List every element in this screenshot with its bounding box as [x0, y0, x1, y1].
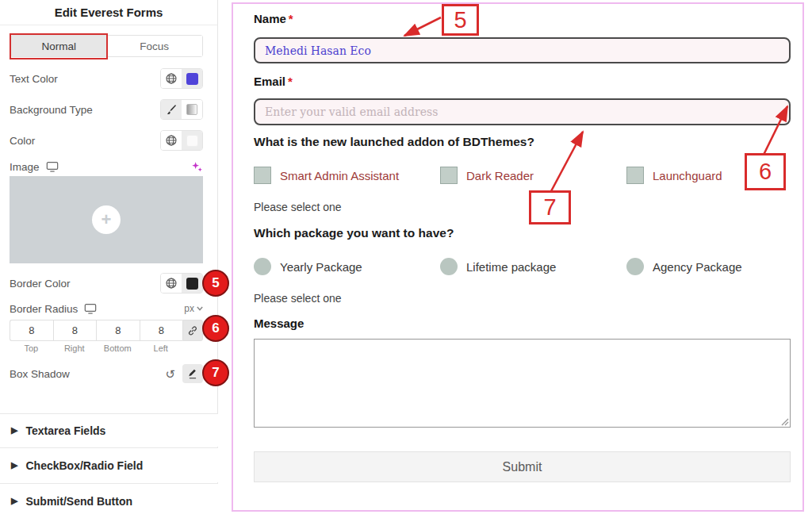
radio-option-lifetime-package[interactable]: Lifetime package	[440, 258, 556, 275]
page: Edit Everest Forms Normal Focus Text Col…	[0, 0, 812, 518]
email-input[interactable]	[254, 98, 791, 125]
checkbox-option-launchguard[interactable]: Launchguard	[626, 167, 722, 184]
border-color-label: Border Color	[10, 278, 71, 290]
box-shadow-label: Box Shadow	[10, 368, 70, 380]
required-asterisk: *	[288, 75, 293, 88]
border-color-swatch	[186, 278, 198, 290]
form-preview-canvas: Name* Email* What is the new launched ad…	[232, 2, 804, 512]
radio-button[interactable]	[254, 258, 271, 275]
radio-question: Which package you want to have?	[254, 226, 454, 240]
radius-top-label: Top	[10, 343, 53, 353]
text-color-label: Text Color	[10, 73, 58, 85]
color-swatch-button[interactable]	[182, 131, 202, 150]
checkbox[interactable]	[440, 167, 458, 184]
checkbox-option-smart-admin-assistant[interactable]: Smart Admin Assistant	[254, 167, 399, 184]
section-label: CheckBox/Radio Field	[25, 459, 143, 472]
checkbox[interactable]	[626, 167, 644, 184]
message-field-label: Message	[254, 317, 304, 330]
email-field-label: Email*	[254, 75, 293, 88]
checkbox[interactable]	[254, 167, 271, 184]
radius-left-input[interactable]	[140, 320, 183, 341]
checkbox-helper-text: Please select one	[254, 201, 342, 213]
border-color-swatch-button[interactable]	[182, 274, 202, 293]
radio-label: Yearly Package	[280, 260, 362, 274]
callout-box-5: 5	[442, 4, 479, 36]
name-label-text: Name	[254, 12, 286, 25]
text-color-swatch	[186, 73, 198, 85]
submit-button[interactable]: Submit	[254, 451, 791, 482]
border-radius-inputs	[10, 320, 203, 341]
section-checkbox-radio-field[interactable]: ▶ CheckBox/Radio Field	[0, 447, 218, 482]
add-image-icon[interactable]: +	[92, 205, 121, 234]
radius-right-label: Right	[53, 343, 97, 353]
callout-box-6: 6	[745, 153, 786, 190]
global-colors-icon[interactable]	[161, 69, 182, 88]
section-label: Textarea Fields	[25, 424, 105, 437]
caret-right-icon: ▶	[11, 425, 17, 436]
color-control	[160, 130, 203, 151]
required-asterisk: *	[289, 12, 293, 25]
text-color-control	[160, 68, 203, 89]
step-badge-5: 5	[202, 270, 229, 297]
classic-background-icon[interactable]	[161, 100, 182, 119]
border-radius-position-labels: Top Right Bottom Left	[10, 343, 182, 353]
tab-focus[interactable]: Focus	[107, 36, 203, 56]
unit-selector[interactable]: px	[184, 303, 203, 314]
checkbox-label: Dark Reader	[466, 169, 534, 182]
edit-box-shadow-icon[interactable]	[182, 364, 203, 383]
state-tabs: Normal Focus	[10, 35, 203, 57]
checkbox-label: Launchguard	[653, 169, 722, 182]
border-color-control	[160, 273, 203, 294]
ai-sparkle-icon[interactable]	[191, 161, 203, 173]
radio-label: Lifetime package	[466, 260, 556, 274]
background-type-label: Background Type	[10, 104, 93, 116]
color-label: Color	[10, 135, 35, 147]
tab-normal[interactable]: Normal	[11, 36, 107, 56]
radius-right-input[interactable]	[53, 320, 97, 341]
text-color-swatch-button[interactable]	[182, 69, 202, 88]
border-radius-label: Border Radius	[10, 303, 78, 315]
checkbox-option-dark-reader[interactable]: Dark Reader	[440, 167, 534, 184]
chevron-down-icon	[197, 306, 203, 311]
step-badge-6: 6	[202, 315, 229, 342]
radio-button[interactable]	[440, 258, 458, 275]
section-submit-send-button[interactable]: ▶ Submit/Send Button	[0, 483, 218, 518]
radius-left-label: Left	[140, 343, 183, 353]
radio-helper-text: Please select one	[254, 292, 342, 305]
callout-box-7: 7	[529, 190, 571, 224]
name-input[interactable]	[254, 37, 791, 63]
global-colors-icon[interactable]	[161, 131, 182, 150]
section-textarea-fields[interactable]: ▶ Textarea Fields	[0, 413, 218, 447]
caret-right-icon: ▶	[11, 460, 17, 470]
step-badge-7: 7	[202, 359, 229, 386]
radius-top-input[interactable]	[10, 320, 53, 341]
editor-panel: Edit Everest Forms Normal Focus Text Col…	[0, 0, 218, 518]
responsive-monitor-icon[interactable]	[84, 303, 97, 314]
checkbox-label: Smart Admin Assistant	[280, 169, 399, 182]
responsive-monitor-icon[interactable]	[46, 161, 59, 172]
message-textarea[interactable]	[254, 339, 791, 428]
radio-button[interactable]	[626, 258, 644, 275]
image-label: Image	[10, 161, 40, 173]
name-field-label: Name*	[254, 12, 293, 25]
radius-bottom-label: Bottom	[96, 343, 140, 353]
checkbox-question: What is the new launched addon of BDThem…	[254, 135, 534, 149]
gradient-background-icon[interactable]	[182, 100, 202, 119]
radio-option-yearly-package[interactable]: Yearly Package	[254, 258, 362, 275]
email-label-text: Email	[254, 75, 285, 88]
radius-bottom-input[interactable]	[96, 320, 140, 341]
reset-icon[interactable]: ↺	[165, 368, 175, 380]
radio-label: Agency Package	[653, 260, 742, 274]
link-values-icon[interactable]	[182, 320, 203, 341]
background-type-control	[160, 99, 203, 120]
color-swatch	[186, 135, 198, 147]
global-colors-icon[interactable]	[161, 274, 182, 293]
caret-right-icon: ▶	[11, 496, 17, 506]
radio-option-agency-package[interactable]: Agency Package	[626, 258, 742, 275]
section-label: Submit/Send Button	[25, 495, 132, 508]
unit-label: px	[184, 303, 194, 314]
panel-title: Edit Everest Forms	[0, 0, 217, 25]
image-upload-placeholder[interactable]: +	[10, 176, 203, 263]
